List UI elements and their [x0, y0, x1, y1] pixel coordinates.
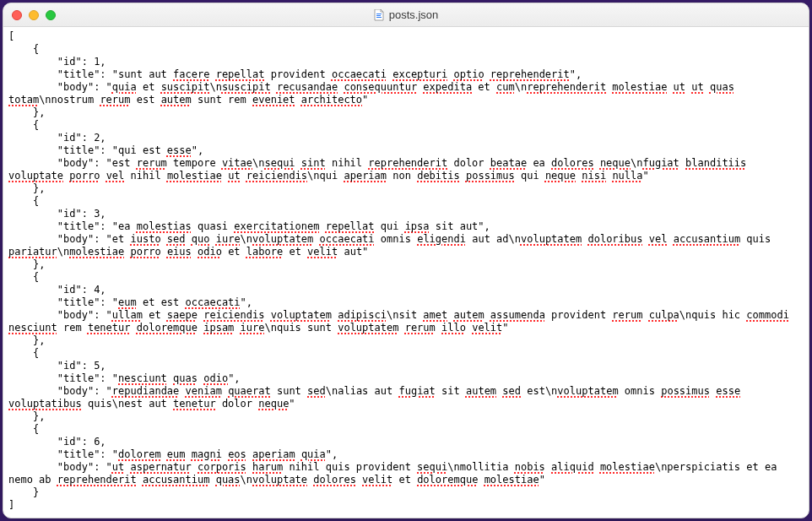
- json-document-icon: [374, 9, 384, 21]
- title-center: posts.json: [3, 8, 809, 21]
- close-button[interactable]: [12, 10, 22, 20]
- svg-rect-0: [376, 14, 382, 14]
- window-controls: [12, 10, 56, 20]
- maximize-button[interactable]: [46, 10, 56, 20]
- editor-content[interactable]: [ { "id": 1, "title": "sunt aut facere r…: [3, 27, 809, 518]
- editor-window: posts.json [ { "id": 1, "title": "sunt a…: [3, 3, 809, 518]
- window-title: posts.json: [389, 8, 439, 21]
- svg-rect-1: [376, 15, 381, 16]
- minimize-button[interactable]: [29, 10, 39, 20]
- titlebar[interactable]: posts.json: [3, 3, 809, 27]
- svg-rect-2: [376, 17, 382, 18]
